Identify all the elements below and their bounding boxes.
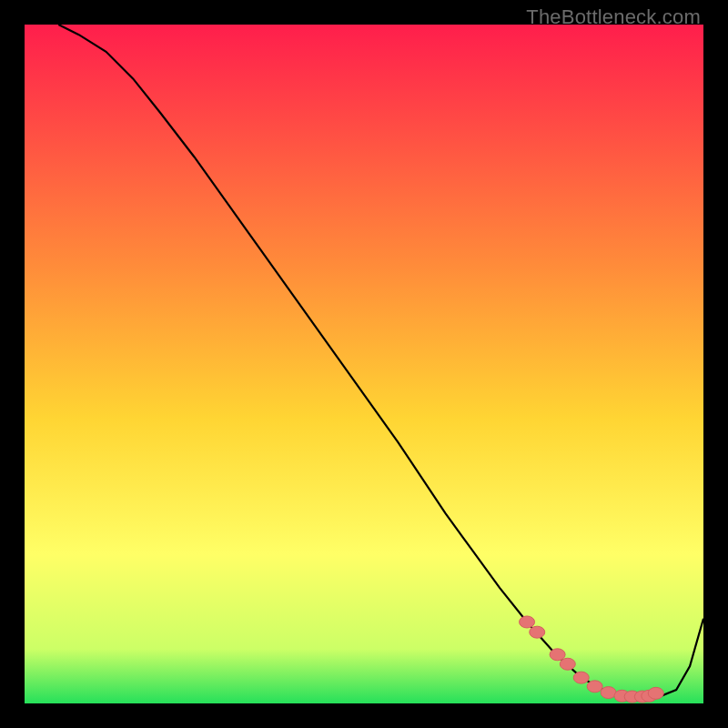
highlight-dot xyxy=(648,687,663,699)
highlight-dot xyxy=(560,658,575,670)
highlight-dot xyxy=(530,626,545,638)
highlight-dot xyxy=(587,681,602,693)
highlight-dot xyxy=(573,672,589,683)
highlight-dot xyxy=(601,687,616,699)
plot-area xyxy=(25,25,703,703)
highlight-dot xyxy=(520,616,535,628)
chart-svg xyxy=(25,25,703,703)
highlight-dot xyxy=(550,649,565,661)
chart-stage: TheBottleneck.com xyxy=(0,0,728,728)
gradient-background xyxy=(25,25,703,703)
